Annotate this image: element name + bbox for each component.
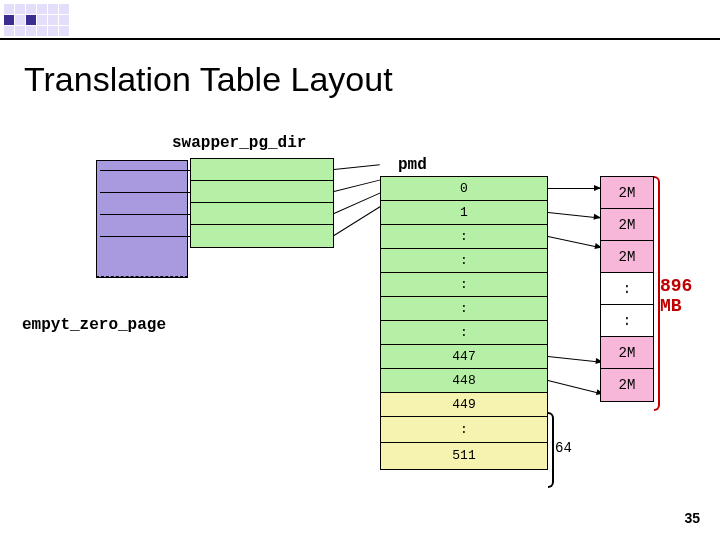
page-size-row: 2M (601, 209, 653, 241)
pmd-row: 511 (381, 443, 547, 469)
page-size-row: : (601, 273, 653, 305)
page-size-row: : (601, 305, 653, 337)
pmd-row: 449 (381, 393, 547, 417)
page-size-row: 2M (601, 241, 653, 273)
unmapped-count-label: 64 (555, 440, 572, 456)
page-size-row: 2M (601, 177, 653, 209)
pmd-row: : (381, 273, 547, 297)
total-mapped-label: 896 MB (660, 276, 692, 316)
pmd-row: 447 (381, 345, 547, 369)
arrow (548, 236, 601, 248)
pmd-row: : (381, 297, 547, 321)
slide-number: 35 (684, 510, 700, 526)
swapper-entry (191, 159, 333, 181)
mb-value: 896 (660, 276, 692, 296)
slide-decoration (4, 4, 69, 36)
arrow (334, 164, 380, 170)
swapper-pg-dir-label: swapper_pg_dir (172, 134, 306, 152)
brace-64 (548, 412, 554, 488)
empty-zero-page-label: empyt_zero_page (22, 316, 166, 334)
page-title: Translation Table Layout (24, 60, 393, 99)
title-rule (0, 38, 720, 40)
pmd-row: 0 (381, 177, 547, 201)
pmd-row: 1 (381, 201, 547, 225)
arrow (548, 212, 600, 218)
pmd-row: : (381, 321, 547, 345)
pmd-row: 448 (381, 369, 547, 393)
page-size-row: 2M (601, 337, 653, 369)
swapper-entry (191, 203, 333, 225)
page-size-row: 2M (601, 369, 653, 401)
pmd-label: pmd (398, 156, 427, 174)
swapper-dash (96, 276, 188, 277)
swapper-pg-dir-block (96, 160, 188, 278)
arrow (548, 188, 600, 189)
arrow (334, 179, 381, 192)
swapper-entry (191, 181, 333, 203)
swapper-entry (191, 225, 333, 247)
pmd-row: : (381, 225, 547, 249)
arrow (548, 380, 603, 395)
pmd-table: 0 1 : : : : : 447 448 449 : 511 (380, 176, 548, 470)
page-size-table: 2M 2M 2M : : 2M 2M (600, 176, 654, 402)
arrow (548, 356, 602, 363)
pmd-row: : (381, 249, 547, 273)
mb-unit: MB (660, 296, 682, 316)
swapper-entries (190, 158, 334, 248)
pmd-row: : (381, 417, 547, 443)
